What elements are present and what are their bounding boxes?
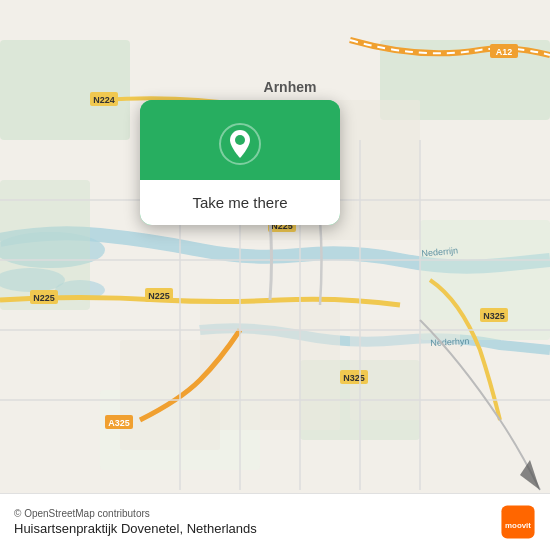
svg-text:N225: N225: [148, 291, 170, 301]
svg-text:N325: N325: [483, 311, 505, 321]
svg-text:A12: A12: [496, 47, 513, 57]
svg-rect-11: [120, 340, 220, 450]
svg-rect-3: [0, 40, 130, 140]
svg-text:N225: N225: [33, 293, 55, 303]
svg-rect-10: [200, 300, 340, 430]
map-svg: A12 N224 N225 N225 N225 N325 N325 A325: [0, 0, 550, 550]
location-name: Huisartsenpraktijk Dovenetel, Netherland…: [14, 521, 257, 536]
moovit-logo: moovit: [500, 504, 536, 540]
card-top: [140, 100, 340, 180]
svg-text:N224: N224: [93, 95, 115, 105]
osm-attribution: © OpenStreetMap contributors: [14, 508, 257, 519]
bottom-bar: © OpenStreetMap contributors Huisartsenp…: [0, 493, 550, 550]
location-pin-icon: [218, 122, 262, 166]
svg-point-42: [235, 135, 245, 145]
take-me-there-button[interactable]: Take me there: [140, 180, 340, 225]
bottom-info: © OpenStreetMap contributors Huisartsenp…: [14, 508, 257, 536]
svg-text:moovit: moovit: [505, 521, 531, 530]
svg-text:Arnhem: Arnhem: [264, 79, 317, 95]
svg-text:N325: N325: [343, 373, 365, 383]
svg-rect-12: [350, 320, 460, 420]
overlay-card[interactable]: Take me there: [140, 100, 340, 225]
svg-text:A325: A325: [108, 418, 130, 428]
moovit-icon: moovit: [500, 504, 536, 540]
map-container: A12 N224 N225 N225 N225 N325 N325 A325: [0, 0, 550, 550]
